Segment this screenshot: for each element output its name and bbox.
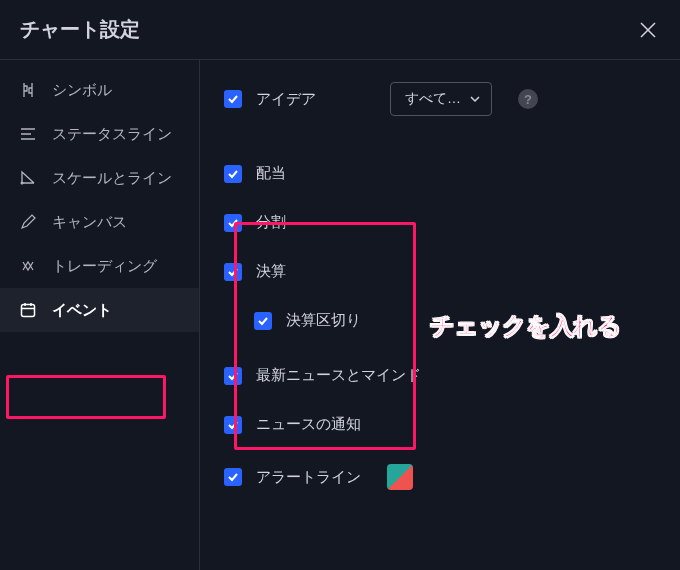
checkbox-news-notif[interactable]: [224, 416, 242, 434]
chevron-down-icon: [469, 93, 481, 105]
option-label: 決算: [256, 262, 286, 281]
option-news-notif: ニュースの通知: [224, 415, 656, 434]
option-splits: 分割: [224, 213, 656, 232]
dropdown-value: すべて…: [405, 90, 461, 108]
option-earnings-break: 決算区切り: [224, 311, 656, 330]
calendar-icon: [18, 300, 38, 320]
checkbox-news-mind[interactable]: [224, 367, 242, 385]
close-icon: [639, 21, 657, 39]
settings-sidebar: シンボル ステータスライン スケールとライン キャンバス トレーディング: [0, 60, 200, 570]
option-label: 決算区切り: [286, 311, 361, 330]
option-alert-line: アラートライン: [224, 464, 656, 490]
check-icon: [227, 370, 239, 382]
checkbox-splits[interactable]: [224, 214, 242, 232]
checkbox-earnings[interactable]: [224, 263, 242, 281]
sidebar-item-label: トレーディング: [52, 257, 157, 276]
sidebar-item-label: ステータスライン: [52, 125, 172, 144]
pencil-icon: [18, 212, 38, 232]
option-label: 分割: [256, 213, 286, 232]
sidebar-item-label: イベント: [52, 301, 112, 320]
sidebar-item-canvas[interactable]: キャンバス: [0, 200, 199, 244]
sidebar-item-trading[interactable]: トレーディング: [0, 244, 199, 288]
lines-icon: [18, 124, 38, 144]
ideas-dropdown[interactable]: すべて…: [390, 82, 492, 116]
option-news-mind: 最新ニュースとマインド: [224, 366, 656, 385]
arrows-icon: [18, 256, 38, 276]
sidebar-item-label: スケールとライン: [52, 169, 172, 188]
check-icon: [227, 168, 239, 180]
option-ideas: アイデア すべて… ?: [224, 82, 656, 116]
scales-icon: [18, 168, 38, 188]
sidebar-item-statusline[interactable]: ステータスライン: [0, 112, 199, 156]
check-icon: [227, 471, 239, 483]
option-label: ニュースの通知: [256, 415, 361, 434]
sidebar-item-label: キャンバス: [52, 213, 127, 232]
dialog-title: チャート設定: [20, 16, 140, 43]
sidebar-item-symbol[interactable]: シンボル: [0, 68, 199, 112]
sidebar-item-scales[interactable]: スケールとライン: [0, 156, 199, 200]
help-icon[interactable]: ?: [518, 89, 538, 109]
option-label: 配当: [256, 164, 286, 183]
checkbox-dividends[interactable]: [224, 165, 242, 183]
sidebar-item-label: シンボル: [52, 81, 112, 100]
option-label: アラートライン: [256, 468, 361, 487]
sidebar-item-events[interactable]: イベント: [0, 288, 199, 332]
settings-content: アイデア すべて… ? 配当 分割 決算: [200, 60, 680, 570]
candlestick-icon: [18, 80, 38, 100]
close-button[interactable]: [636, 18, 660, 42]
svg-point-0: [21, 182, 24, 185]
option-label: アイデア: [256, 90, 316, 109]
check-icon: [257, 315, 269, 327]
check-icon: [227, 217, 239, 229]
checkbox-earnings-break[interactable]: [254, 312, 272, 330]
check-icon: [227, 266, 239, 278]
checkbox-alert-line[interactable]: [224, 468, 242, 486]
check-icon: [227, 419, 239, 431]
option-earnings: 決算: [224, 262, 656, 281]
check-icon: [227, 93, 239, 105]
alert-color-swatch[interactable]: [387, 464, 413, 490]
dialog-header: チャート設定: [0, 0, 680, 60]
svg-rect-1: [22, 305, 35, 317]
option-dividends: 配当: [224, 164, 656, 183]
checkbox-ideas[interactable]: [224, 90, 242, 108]
option-label: 最新ニュースとマインド: [256, 366, 421, 385]
